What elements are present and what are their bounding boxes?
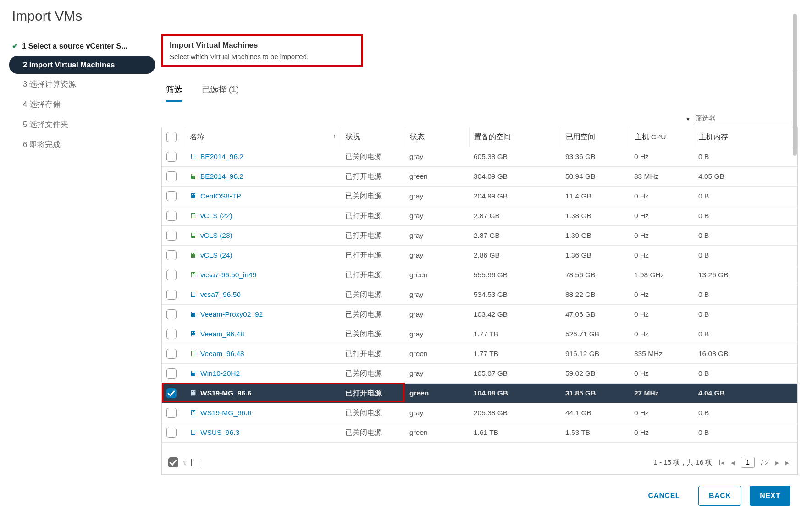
vm-provisioned: 534.53 GB [469,285,561,305]
vm-name[interactable]: CentOS8-TP [200,192,241,200]
tab-filter[interactable]: 筛选 [166,80,182,102]
table-row[interactable]: 🖥vCLS (24)已打开电源gray2.86 GB1.36 GB0 Hz0 B [162,246,797,265]
back-button[interactable]: BACK [698,486,741,506]
vm-cpu: 0 Hz [630,324,694,344]
vm-state: green [405,167,469,187]
wizard-step[interactable]: 5 选择文件夹 [9,115,155,134]
table-row[interactable]: 🖥BE2014_96.2已打开电源green304.09 GB50.94 GB8… [162,167,797,187]
pager-page-input[interactable] [741,457,755,468]
row-checkbox[interactable] [166,231,177,241]
vm-name[interactable]: BE2014_96.2 [200,153,243,160]
row-checkbox[interactable] [166,368,177,379]
vm-cpu: 0 Hz [630,423,694,443]
wizard-step[interactable]: 2 Import Virtual Machines [9,56,155,74]
table-row[interactable]: 🖥BE2014_96.2已关闭电源gray605.38 GB93.36 GB0 … [162,147,797,167]
pager-next-icon[interactable]: ▸ [775,458,779,467]
vm-name[interactable]: WSUS_96.3 [200,428,239,436]
row-checkbox[interactable] [166,211,177,221]
vm-power-state: 已关闭电源 [341,305,405,324]
table-row[interactable]: 🖥Veeam_96.48已打开电源green1.77 TB916.12 GB33… [162,344,797,364]
vm-name[interactable]: vCLS (24) [200,251,232,259]
vm-used: 1.39 GB [561,226,630,246]
table-row[interactable]: 🖥Veeam-Proxy02_92已关闭电源gray103.42 GB47.06… [162,305,797,324]
wizard-step[interactable]: 6 即将完成 [9,135,155,154]
wizard-step[interactable]: 4 选择存储 [9,95,155,114]
cancel-button[interactable]: CANCEL [638,486,690,506]
row-checkbox[interactable] [166,388,177,398]
vm-power-state: 已打开电源 [341,167,405,187]
vm-name[interactable]: vCLS (22) [200,212,232,220]
vm-name[interactable]: BE2014_96.2 [200,172,243,180]
row-checkbox[interactable] [166,329,177,339]
pager-prev-icon[interactable]: ◂ [731,458,735,467]
col-power[interactable]: 状况 [341,127,405,147]
vm-name[interactable]: WS19-MG_96.6 [200,389,251,397]
vm-provisioned: 605.38 GB [469,147,561,167]
vm-power-state: 已关闭电源 [341,285,405,305]
pager-first-icon[interactable]: I◂ [718,458,724,467]
vm-off-icon: 🖥 [189,192,197,200]
row-checkbox[interactable] [166,270,177,280]
tab-selected[interactable]: 已选择 (1) [202,80,239,102]
vm-state: gray [405,246,469,265]
vm-used: 526.71 GB [561,324,630,344]
scrollbar[interactable] [793,14,797,156]
vm-used: 1.53 TB [561,423,630,443]
vm-name[interactable]: Veeam_96.48 [200,330,244,338]
checkbox-icon[interactable] [166,132,177,142]
table-row[interactable]: 🖥Win10-20H2已关闭电源gray105.07 GB59.02 GB0 H… [162,364,797,384]
table-row[interactable]: 🖥WS19-MG_96.6已打开电源green104.08 GB31.85 GB… [162,384,797,403]
row-checkbox[interactable] [166,428,177,438]
vm-used: 59.02 GB [561,364,630,384]
row-checkbox[interactable] [166,309,177,319]
vm-mem: 0 B [694,324,797,344]
wizard-step[interactable]: 3 选择计算资源 [9,75,155,94]
col-state[interactable]: 状态 [405,127,469,147]
col-checkbox-header[interactable] [162,127,185,147]
table-row[interactable]: 🖥CentOS8-TP已关闭电源gray204.99 GB11.4 GB0 Hz… [162,187,797,206]
section-subtitle: Select which Virtual Machines to be impo… [170,53,355,60]
vm-cpu: 0 Hz [630,246,694,265]
filter-icon[interactable]: ▾ [686,115,690,122]
vm-name[interactable]: vcsa7-96.50_in49 [200,271,256,279]
table-row[interactable]: 🖥vCLS (22)已打开电源gray2.87 GB1.38 GB0 Hz0 B [162,206,797,226]
table-row[interactable]: 🖥WS19-MG_96.6已关闭电源gray205.38 GB44.1 GB0 … [162,403,797,423]
vm-name[interactable]: Veeam_96.48 [200,350,244,357]
vm-name[interactable]: WS19-MG_96.6 [200,409,251,417]
row-checkbox[interactable] [166,408,177,418]
vm-cpu: 0 Hz [630,285,694,305]
row-checkbox[interactable] [166,171,177,181]
row-checkbox[interactable] [166,349,177,359]
table-row[interactable]: 🖥WSUS_96.3已关闭电源green1.61 TB1.53 TB0 Hz0 … [162,423,797,443]
vm-name[interactable]: vcsa7_96.50 [200,291,241,298]
col-provisioned[interactable]: 置备的空间 [469,127,561,147]
filter-input[interactable] [694,113,790,124]
vm-name[interactable]: Win10-20H2 [200,369,240,377]
table-row[interactable]: 🖥vCLS (23)已打开电源gray2.87 GB1.39 GB0 Hz0 B [162,226,797,246]
modal-title: Import VMs [9,0,798,34]
wizard-step[interactable]: ✔1 Select a source vCenter S... [9,37,155,55]
row-checkbox[interactable] [166,152,177,162]
col-used[interactable]: 已用空间 [561,127,630,147]
vm-mem: 13.26 GB [694,265,797,285]
row-checkbox[interactable] [166,191,177,201]
row-checkbox[interactable] [166,290,177,300]
table-row[interactable]: 🖥vcsa7_96.50已关闭电源gray534.53 GB88.22 GB0 … [162,285,797,305]
col-cpu[interactable]: 主机 CPU [630,127,694,147]
vm-provisioned: 104.08 GB [469,384,561,403]
col-mem[interactable]: 主机内存 [694,127,797,147]
row-checkbox[interactable] [166,250,177,260]
next-button[interactable]: NEXT [750,486,790,506]
table-row[interactable]: 🖥Veeam_96.48已关闭电源gray1.77 TB526.71 GB0 H… [162,324,797,344]
vm-name[interactable]: Veeam-Proxy02_92 [200,310,263,318]
vm-used: 1.38 GB [561,206,630,226]
pager-last-icon[interactable]: ▸I [785,458,791,467]
check-icon: ✔ [12,42,22,50]
vm-power-state: 已关闭电源 [341,364,405,384]
col-name[interactable]: 名称↑ [185,127,341,147]
column-toggle-icon[interactable] [191,459,199,466]
wizard-step-label: 6 即将完成 [23,140,61,150]
vm-name[interactable]: vCLS (23) [200,231,232,239]
vm-mem: 0 B [694,187,797,206]
table-row[interactable]: 🖥vcsa7-96.50_in49已打开电源green555.96 GB78.5… [162,265,797,285]
